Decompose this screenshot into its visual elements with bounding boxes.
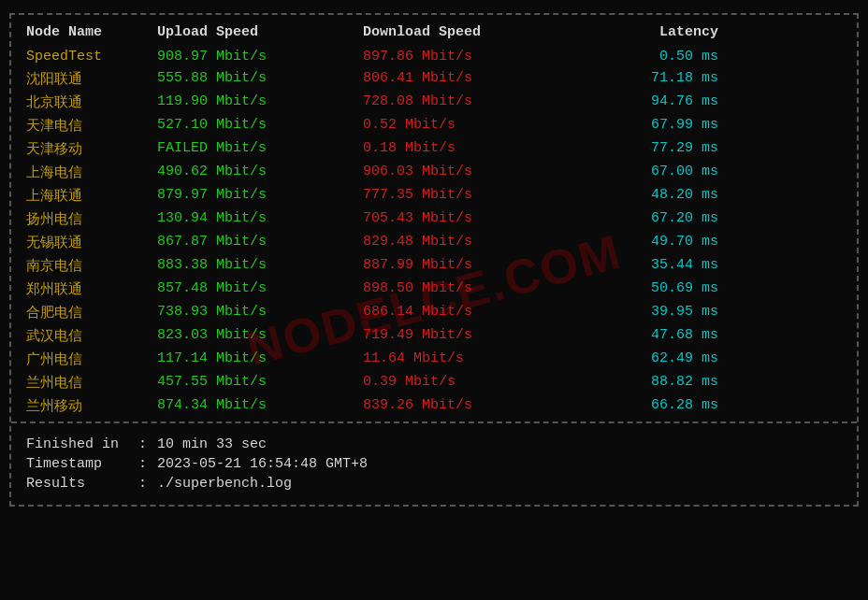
cell-name: 合肥电信	[26, 304, 157, 321]
table-row: 郑州联通 857.48 Mbit/s 898.50 Mbit/s 50.69 m…	[11, 278, 857, 301]
finished-label: Finished in	[26, 436, 138, 452]
cell-latency: 35.44 ms	[606, 257, 718, 275]
cell-upload: 119.90 Mbit/s	[157, 93, 363, 111]
table-row: 无锡联通 867.87 Mbit/s 829.48 Mbit/s 49.70 m…	[11, 231, 857, 254]
cell-latency: 67.00 ms	[606, 164, 718, 181]
table-row: 兰州移动 874.34 Mbit/s 839.26 Mbit/s 66.28 m…	[11, 394, 857, 418]
cell-name: 兰州移动	[26, 397, 157, 415]
cell-upload: 130.94 Mbit/s	[157, 210, 363, 228]
main-container: Node Name Upload Speed Download Speed La…	[9, 13, 859, 507]
finished-value: 10 min 33 sec	[157, 436, 267, 452]
cell-download: 898.50 Mbit/s	[363, 280, 606, 298]
cell-upload: 490.62 Mbit/s	[157, 164, 363, 181]
table-row: 兰州电信 457.55 Mbit/s 0.39 Mbit/s 88.82 ms	[11, 371, 857, 394]
cell-download: 829.48 Mbit/s	[363, 234, 606, 251]
cell-upload: 879.97 Mbit/s	[157, 187, 363, 205]
cell-download: 719.49 Mbit/s	[363, 327, 606, 345]
cell-latency: 88.82 ms	[606, 374, 718, 392]
cell-download: 906.03 Mbit/s	[363, 164, 606, 181]
table-header: Node Name Upload Speed Download Speed La…	[11, 19, 857, 46]
table-row: 上海联通 879.97 Mbit/s 777.35 Mbit/s 48.20 m…	[11, 184, 857, 207]
timestamp-sep: :	[138, 456, 157, 472]
cell-upload: 117.14 Mbit/s	[157, 350, 363, 368]
timestamp-value: 2023-05-21 16:54:48 GMT+8	[157, 456, 368, 472]
cell-download: 887.99 Mbit/s	[363, 257, 606, 275]
cell-name: 天津移动	[26, 140, 157, 158]
footer-timestamp: Timestamp : 2023-05-21 16:54:48 GMT+8	[26, 454, 842, 474]
cell-latency: 67.20 ms	[606, 210, 718, 228]
cell-upload: FAILED Mbit/s	[157, 140, 363, 158]
cell-upload: 555.88 Mbit/s	[157, 70, 363, 88]
results-value: ./superbench.log	[157, 476, 292, 492]
cell-name: 扬州电信	[26, 210, 157, 228]
cell-download: 0.39 Mbit/s	[363, 374, 606, 392]
divider	[11, 421, 857, 423]
cell-latency: 77.29 ms	[606, 140, 718, 158]
cell-name: 南京电信	[26, 257, 157, 275]
results-label: Results	[26, 476, 138, 492]
footer: Finished in : 10 min 33 sec Timestamp : …	[11, 427, 857, 501]
cell-latency: 50.69 ms	[606, 280, 718, 298]
cell-download: 806.41 Mbit/s	[363, 70, 606, 88]
cell-latency: 0.50 ms	[606, 49, 718, 64]
header-download: Download Speed	[363, 24, 606, 40]
cell-upload: 867.87 Mbit/s	[157, 234, 363, 251]
cell-latency: 94.76 ms	[606, 93, 718, 111]
cell-name: 天津电信	[26, 117, 157, 135]
cell-download: 839.26 Mbit/s	[363, 397, 606, 415]
cell-download: 686.14 Mbit/s	[363, 304, 606, 321]
cell-name: 上海联通	[26, 187, 157, 205]
cell-name: SpeedTest	[26, 49, 157, 64]
cell-name: 广州电信	[26, 350, 157, 368]
cell-download: 0.52 Mbit/s	[363, 117, 606, 135]
cell-latency: 71.18 ms	[606, 70, 718, 88]
cell-name: 北京联通	[26, 93, 157, 111]
table-row: 天津电信 527.10 Mbit/s 0.52 Mbit/s 67.99 ms	[11, 114, 857, 137]
cell-download: 11.64 Mbit/s	[363, 350, 606, 368]
header-upload: Upload Speed	[157, 24, 363, 40]
cell-download: 728.08 Mbit/s	[363, 93, 606, 111]
timestamp-label: Timestamp	[26, 456, 138, 472]
cell-latency: 67.99 ms	[606, 117, 718, 135]
cell-upload: 457.55 Mbit/s	[157, 374, 363, 392]
table-row: 沈阳联通 555.88 Mbit/s 806.41 Mbit/s 71.18 m…	[11, 67, 857, 91]
cell-upload: 908.97 Mbit/s	[157, 49, 363, 64]
table-row: 南京电信 883.38 Mbit/s 887.99 Mbit/s 35.44 m…	[11, 254, 857, 278]
cell-name: 郑州联通	[26, 280, 157, 298]
cell-name: 上海电信	[26, 164, 157, 181]
header-latency: Latency	[606, 24, 718, 40]
table-row: 北京联通 119.90 Mbit/s 728.08 Mbit/s 94.76 m…	[11, 91, 857, 114]
cell-download: 777.35 Mbit/s	[363, 187, 606, 205]
cell-upload: 857.48 Mbit/s	[157, 280, 363, 298]
table-row: 武汉电信 823.03 Mbit/s 719.49 Mbit/s 47.68 m…	[11, 324, 857, 348]
cell-latency: 49.70 ms	[606, 234, 718, 251]
cell-name: 无锡联通	[26, 234, 157, 251]
table-row: 天津移动 FAILED Mbit/s 0.18 Mbit/s 77.29 ms	[11, 137, 857, 161]
cell-upload: 738.93 Mbit/s	[157, 304, 363, 321]
cell-upload: 527.10 Mbit/s	[157, 117, 363, 135]
cell-latency: 39.95 ms	[606, 304, 718, 321]
table-row: 扬州电信 130.94 Mbit/s 705.43 Mbit/s 67.20 m…	[11, 207, 857, 231]
results-sep: :	[138, 476, 157, 492]
cell-latency: 62.49 ms	[606, 350, 718, 368]
table-row: 合肥电信 738.93 Mbit/s 686.14 Mbit/s 39.95 m…	[11, 301, 857, 324]
cell-download: 0.18 Mbit/s	[363, 140, 606, 158]
cell-upload: 883.38 Mbit/s	[157, 257, 363, 275]
cell-latency: 48.20 ms	[606, 187, 718, 205]
cell-name: 武汉电信	[26, 327, 157, 345]
cell-upload: 823.03 Mbit/s	[157, 327, 363, 345]
cell-name: 沈阳联通	[26, 70, 157, 88]
cell-download: 705.43 Mbit/s	[363, 210, 606, 228]
cell-download: 897.86 Mbit/s	[363, 49, 606, 64]
finished-sep: :	[138, 436, 157, 452]
footer-results: Results : ./superbench.log	[26, 474, 842, 493]
table-row: 广州电信 117.14 Mbit/s 11.64 Mbit/s 62.49 ms	[11, 348, 857, 371]
table-row: SpeedTest 908.97 Mbit/s 897.86 Mbit/s 0.…	[11, 46, 857, 67]
header-node-name: Node Name	[26, 24, 157, 40]
table-row: 上海电信 490.62 Mbit/s 906.03 Mbit/s 67.00 m…	[11, 161, 857, 184]
cell-name: 兰州电信	[26, 374, 157, 392]
table-body: SpeedTest 908.97 Mbit/s 897.86 Mbit/s 0.…	[11, 46, 857, 418]
cell-latency: 47.68 ms	[606, 327, 718, 345]
footer-finished: Finished in : 10 min 33 sec	[26, 435, 842, 454]
cell-latency: 66.28 ms	[606, 397, 718, 415]
